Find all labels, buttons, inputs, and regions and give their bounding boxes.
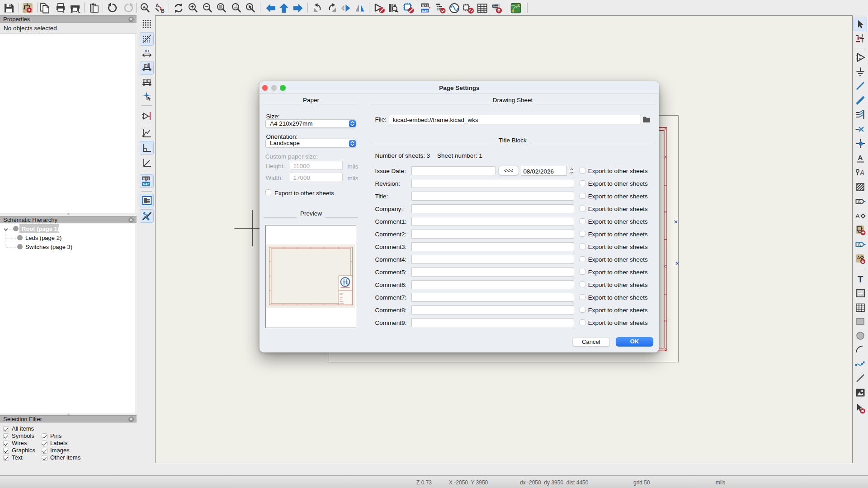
svg-text:T: T: [858, 274, 863, 284]
svg-text:B: B: [665, 211, 667, 214]
svg-text:D: D: [664, 319, 666, 323]
svg-text:6: 6: [665, 127, 666, 131]
svg-text:mil: mil: [144, 62, 150, 68]
svg-text:.bom: .bom: [492, 5, 498, 8]
svg-text:A: A: [665, 156, 667, 159]
svg-text:in: in: [145, 48, 149, 53]
svg-text:A: A: [156, 3, 159, 8]
svg-text:R??: R??: [422, 4, 429, 8]
svg-text:A: A: [855, 212, 860, 220]
svg-text:mm: mm: [143, 77, 151, 83]
svg-text:B: B: [161, 8, 165, 14]
svg-text:6: 6: [665, 348, 666, 351]
svg-text:A: A: [857, 242, 861, 248]
svg-text:A: A: [859, 169, 864, 176]
svg-text:A: A: [858, 154, 863, 161]
svg-text:R42: R42: [143, 182, 149, 186]
svg-text:R??: R??: [143, 177, 150, 181]
svg-text:A: A: [857, 198, 861, 205]
svg-text:C: C: [664, 265, 666, 268]
svg-text:A: A: [143, 5, 146, 9]
svg-text:R42: R42: [422, 9, 429, 13]
svg-text:A: A: [857, 255, 860, 260]
